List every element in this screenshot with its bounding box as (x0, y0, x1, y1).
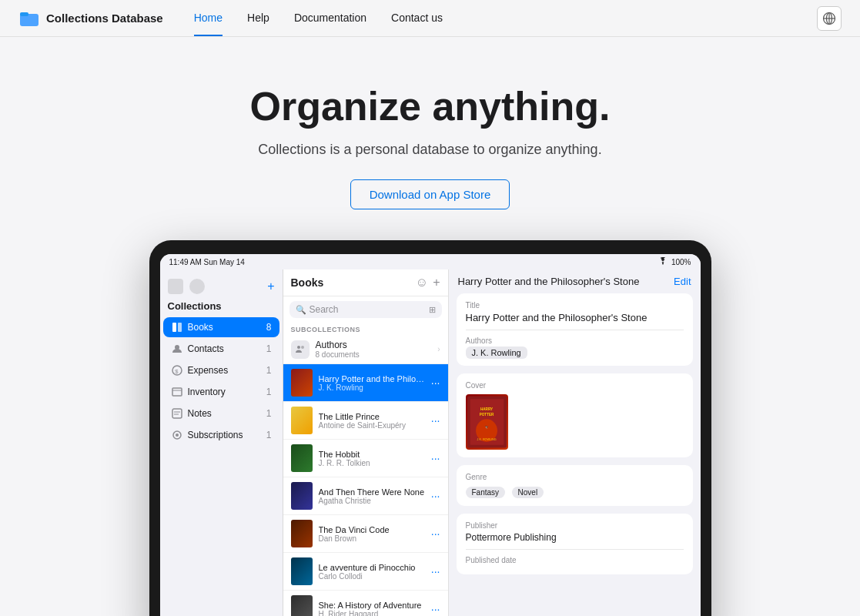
detail-genre-card: Genre Fantasy Novel (457, 465, 693, 506)
nav-link-home[interactable]: Home (194, 1, 223, 36)
sidebar-item-contacts-count: 1 (266, 343, 272, 354)
book-item-3[interactable]: And Then There Were None Agatha Christie… (283, 477, 448, 515)
genre-tag-novel: Novel (512, 487, 544, 498)
book-title-4: The Da Vinci Code (319, 525, 425, 534)
wifi-icon (658, 257, 668, 266)
book-info-5: Le avventure di Pinocchio Carlo Collodi (319, 563, 425, 581)
search-input[interactable]: Search (310, 304, 426, 315)
svg-text:$: $ (175, 368, 179, 375)
sidebar-title: Collections (160, 300, 283, 316)
book-title-6: She: A History of Adventure (319, 601, 425, 610)
detail-title-label: Title (466, 301, 684, 310)
book-title-1: The Little Prince (319, 412, 425, 421)
globe-icon[interactable] (817, 6, 842, 31)
svg-text:🦅: 🦅 (484, 425, 488, 429)
svg-text:J.K. ROWLING: J.K. ROWLING (477, 438, 496, 441)
middle-title: Books (291, 276, 324, 289)
subcollection-authors-count: 8 documents (316, 350, 432, 359)
sidebar-item-subscriptions[interactable]: Subscriptions 1 (163, 425, 279, 445)
sidebar-view-icon[interactable] (168, 279, 183, 294)
book-author-3: Agatha Christie (319, 497, 425, 505)
app-store-button[interactable]: Download on App Store (350, 179, 510, 209)
nav-link-help[interactable]: Help (247, 1, 269, 36)
sidebar-item-expenses-label: Expenses (188, 365, 262, 376)
detail-genre-tags: Fantasy Novel (466, 484, 684, 498)
svg-point-19 (297, 346, 300, 349)
middle-header: Books ☺ + (283, 270, 448, 296)
book-menu-2[interactable]: ··· (431, 452, 440, 464)
chevron-right-icon: › (437, 345, 440, 353)
book-menu-1[interactable]: ··· (431, 414, 440, 427)
books-list: Harry Potter and the Philosoph... J. K. … (283, 364, 448, 616)
hero-subtitle: Collections is a personal database to or… (15, 142, 845, 158)
book-menu-3[interactable]: ··· (431, 490, 440, 502)
book-item-6[interactable]: She: A History of Adventure H. Rider Hag… (283, 591, 448, 616)
nav-links: Home Help Documentation Contact us (194, 1, 817, 36)
book-item-0[interactable]: Harry Potter and the Philosoph... J. K. … (283, 364, 448, 402)
sidebar-item-subscriptions-label: Subscriptions (188, 430, 262, 440)
detail-panel: Harry Potter and the Philosopher's Stone… (449, 270, 701, 616)
subscriptions-icon (171, 429, 183, 441)
nav-link-contact[interactable]: Contact us (391, 1, 443, 36)
svg-text:POTTER: POTTER (479, 413, 494, 417)
svg-point-20 (301, 346, 304, 349)
sidebar-item-contacts[interactable]: Contacts 1 (163, 339, 279, 359)
book-item-4[interactable]: The Da Vinci Code Dan Brown ··· (283, 515, 448, 553)
contacts-icon (171, 343, 183, 355)
book-item-5[interactable]: Le avventure di Pinocchio Carlo Collodi … (283, 553, 448, 591)
detail-publisher-card: Publisher Pottermore Publishing Publishe… (457, 514, 693, 574)
detail-edit-button[interactable]: Edit (674, 276, 691, 287)
subcollection-authors[interactable]: Authors 8 documents › (283, 335, 448, 364)
sidebar-item-inventory-label: Inventory (188, 387, 262, 397)
battery-label: 100% (671, 258, 691, 266)
book-info-2: The Hobbit J. R. R. Tolkien (319, 450, 425, 467)
svg-rect-14 (172, 409, 182, 418)
nav-logo: Collections Database (18, 8, 163, 29)
book-author-5: Carlo Collodi (319, 572, 425, 581)
detail-published-date-label: Published date (466, 556, 684, 564)
expenses-icon: $ (171, 364, 183, 377)
status-time: 11:49 AM Sun May 14 (169, 258, 245, 266)
svg-text:HARRY: HARRY (480, 407, 493, 411)
hero-section: Organize anything. Collections is a pers… (0, 37, 860, 240)
sidebar-item-books[interactable]: Books 8 (163, 317, 279, 337)
detail-publisher-label: Publisher (466, 521, 684, 530)
book-menu-6[interactable]: ··· (431, 603, 440, 615)
book-item-2[interactable]: The Hobbit J. R. R. Tolkien ··· (283, 440, 448, 477)
book-title-2: The Hobbit (319, 450, 425, 459)
sidebar-item-inventory[interactable]: Inventory 1 (163, 382, 279, 402)
book-cover-5 (291, 557, 313, 585)
smiley-icon[interactable]: ☺ (416, 276, 428, 290)
svg-rect-1 (20, 12, 28, 16)
sidebar-item-notes[interactable]: Notes 1 (163, 403, 279, 424)
subcollection-authors-name: Authors (316, 340, 432, 350)
nav-link-documentation[interactable]: Documentation (294, 1, 366, 36)
book-author-1: Antoine de Saint-Exupéry (319, 421, 425, 430)
books-icon (171, 321, 183, 333)
mockup-wrapper: 11:49 AM Sun May 14 100% (0, 240, 860, 616)
sidebar-item-notes-label: Notes (188, 408, 262, 419)
book-menu-4[interactable]: ··· (431, 527, 440, 540)
book-item-1[interactable]: The Little Prince Antoine de Saint-Exupé… (283, 402, 448, 440)
add-book-button[interactable]: + (433, 276, 440, 290)
sidebar-item-expenses[interactable]: $ Expenses 1 (163, 360, 279, 380)
inventory-icon (171, 386, 183, 398)
search-bar[interactable]: 🔍 Search ⊞ (289, 301, 442, 318)
sidebar-add-button[interactable]: + (267, 280, 274, 293)
svg-point-6 (662, 263, 664, 265)
sidebar-settings-icon[interactable] (189, 279, 205, 294)
folder-icon (18, 8, 40, 29)
hero-title: Organize anything. (15, 83, 845, 129)
detail-header: Harry Potter and the Philosopher's Stone… (449, 270, 701, 293)
book-cover-large: HARRY POTTER 🦅 J.K. ROWLING (466, 394, 508, 450)
book-author-2: J. R. R. Tolkien (319, 459, 425, 467)
sidebar-item-notes-count: 1 (266, 408, 272, 419)
grid-view-icon[interactable]: ⊞ (429, 305, 436, 315)
detail-header-title: Harry Potter and the Philosopher's Stone (458, 276, 640, 287)
status-bar: 11:49 AM Sun May 14 100% (160, 254, 701, 270)
sidebar-header: + (160, 276, 283, 300)
book-menu-5[interactable]: ··· (431, 565, 440, 578)
svg-point-18 (176, 434, 179, 437)
book-menu-0[interactable]: ··· (431, 377, 440, 389)
book-cover-1 (291, 407, 313, 434)
